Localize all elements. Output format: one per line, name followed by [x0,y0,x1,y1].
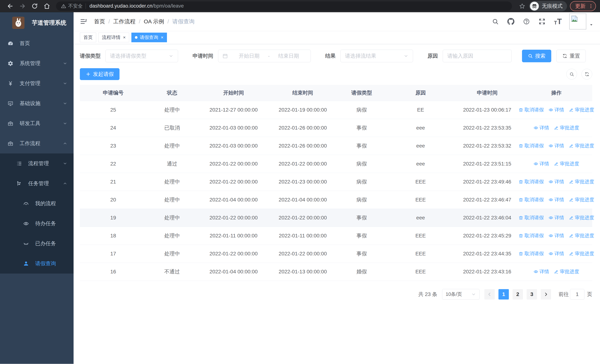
eye-icon [548,251,553,256]
prev-page-button[interactable] [484,289,495,299]
browser-menu-icon[interactable] [588,3,594,9]
search-icon[interactable] [492,18,499,25]
hide-search-button[interactable] [566,69,577,80]
detail-action-link[interactable]: 详情 [548,107,564,113]
cancel-action-link[interactable]: 取消请假 [518,178,544,185]
column-header: 申请编号 [80,85,146,101]
cancel-action-link[interactable]: 取消请假 [518,142,544,149]
security-label[interactable]: 不安全 [68,3,83,9]
update-button[interactable]: 更新 [570,1,596,11]
progress-action-link[interactable]: 审批进度 [554,125,579,131]
breadcrumb-item[interactable]: OA 示例 [144,18,164,25]
sidebar-item-my-process[interactable]: 我的流程 [0,194,74,214]
search-button[interactable]: 搜索 [522,50,551,62]
app-logo[interactable]: 芋道管理系统 [0,12,74,33]
forward-icon[interactable] [19,3,26,10]
breadcrumb-item[interactable]: 工作流程 [113,18,135,25]
detail-action-link[interactable]: 详情 [548,142,564,149]
breadcrumb-item[interactable]: 首页 [94,18,105,25]
detail-action-link[interactable]: 详情 [534,268,549,275]
detail-action-link[interactable]: 详情 [548,215,564,221]
edit-icon [569,251,574,256]
detail-action-link[interactable]: 详情 [548,233,564,239]
progress-action-link[interactable]: 审批进度 [569,233,594,239]
reason-input[interactable] [443,50,512,62]
sidebar-item-payment-management[interactable]: 支付管理 [0,73,74,93]
tab-首页[interactable]: 首页 [80,33,96,42]
sidebar-item-home[interactable]: 首页 [0,33,74,53]
progress-action-link[interactable]: 审批进度 [569,250,594,257]
cell-leave-type: 病假 [336,191,387,209]
cancel-action-link[interactable]: 取消请假 [518,250,544,257]
reload-icon[interactable] [31,3,38,10]
leave-type-label: 请假类型 [80,52,101,59]
apply-time-range-picker[interactable]: 开始日期 - 结束日期 [218,50,311,62]
page-button-1[interactable]: 1 [498,289,509,299]
cell-status: 通过 [146,155,198,173]
sidebar-item-task-management[interactable]: 任务管理 [0,173,74,194]
goto-page-input[interactable] [570,289,584,300]
detail-action-link[interactable]: 详情 [548,178,564,185]
progress-action-link[interactable]: 审批进度 [554,160,579,167]
progress-action-link[interactable]: 审批进度 [569,142,594,149]
create-leave-button[interactable]: 发起请假 [80,68,120,80]
cancel-action-link[interactable]: 取消请假 [518,107,544,113]
trash-icon [518,143,523,148]
progress-action-link[interactable]: 审批进度 [569,196,594,203]
cell-apply-time: 2022-01-22 23:46:47 [454,191,520,209]
page-button-3[interactable]: 3 [527,289,537,299]
fullscreen-icon[interactable] [538,18,545,25]
back-icon[interactable] [7,3,14,10]
progress-action-link[interactable]: 审批进度 [554,268,579,275]
progress-action-link[interactable]: 审批进度 [569,107,594,113]
close-icon[interactable]: × [123,35,126,40]
progress-action-link[interactable]: 审批进度 [569,178,594,185]
detail-action-link[interactable]: 详情 [548,196,564,203]
sidebar-item-system-management[interactable]: 系统管理 [0,53,74,73]
detail-action-link[interactable]: 详情 [534,125,549,131]
breadcrumb-separator: / [168,18,169,25]
page-button-2[interactable]: 2 [513,289,523,299]
detail-action-link[interactable]: 详情 [534,160,549,167]
sidebar-item-leave-query[interactable]: 请假查询 [0,253,74,274]
cell-id: 17 [80,245,146,263]
page-size-select[interactable]: 10条/页 [442,289,479,300]
url-bar[interactable]: 不安全 dashboard.yudao.iocoder.cn/bpm/oa/le… [56,1,512,11]
sidebar-item-process-management[interactable]: 流程管理 [0,153,74,173]
bookmark-star-icon[interactable] [519,3,525,9]
help-icon[interactable] [523,18,530,25]
table-body: 25处理中2021-12-27 00:00:002022-01-19 00:00… [80,101,592,280]
refresh-table-button[interactable] [581,69,592,80]
chevron-down-icon [63,161,67,166]
detail-action-link[interactable]: 详情 [548,250,564,257]
column-header: 请假类型 [336,85,387,101]
result-select[interactable]: 请选择流结果 [340,50,413,62]
reset-button[interactable]: 重置 [556,50,586,62]
sidebar-item-infrastructure[interactable]: 基础设施 [0,93,74,113]
cell-reason: EEE [387,191,454,209]
cell-actions: 详情审批进度 [521,119,592,137]
tab-请假查询[interactable]: 请假查询× [131,33,167,42]
sidebar-item-done-tasks[interactable]: 已办任务 [0,233,74,253]
cancel-action-link[interactable]: 取消请假 [518,215,544,221]
chevron-down-icon[interactable] [589,22,594,27]
sidebar-item-todo-tasks[interactable]: 待办任务 [0,214,74,233]
github-icon[interactable] [507,18,514,25]
hamburger-icon[interactable] [80,18,87,25]
sidebar-item-dev-tools[interactable]: 研发工具 [0,113,74,133]
close-icon[interactable]: × [161,35,163,40]
font-size-icon[interactable]: TT [554,18,562,25]
progress-action-link[interactable]: 审批进度 [569,215,594,221]
tab-流程详情[interactable]: 流程详情× [98,33,129,42]
cancel-action-link[interactable]: 取消请假 [518,233,544,239]
sidebar-item-workflow[interactable]: 工作流程 [0,133,74,153]
column-header: 原因 [387,85,454,101]
cell-end-time: 2022-01-22 00:00:00 [269,155,336,173]
leave-type-select[interactable]: 请选择请假类型 [105,50,178,62]
cancel-action-link[interactable]: 取消请假 [518,196,544,203]
next-page-button[interactable] [541,289,551,299]
avatar[interactable] [569,14,586,29]
home-icon[interactable] [43,3,50,10]
trash-icon [518,251,523,256]
table-row: 22通过2022-01-22 00:00:002022-01-22 00:00:… [80,155,592,173]
